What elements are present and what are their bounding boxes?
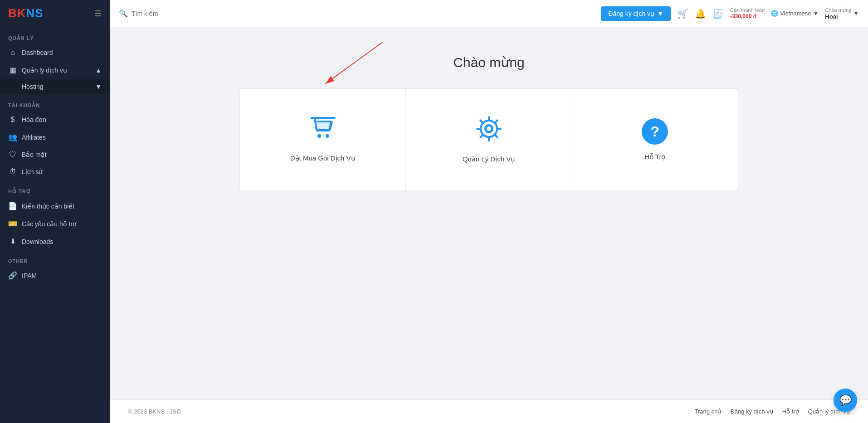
search-icon: 🔍: [119, 9, 128, 18]
home-icon: ⌂: [8, 49, 17, 57]
affiliates-icon: 👥: [8, 133, 17, 141]
bao-mat-label: Bảo mật: [22, 151, 47, 158]
book-icon: 📄: [8, 202, 17, 210]
footer: © 2023 BKNS., JSC Trang chủ Đăng ký dịch…: [110, 399, 868, 423]
footer-link-support[interactable]: Hỗ trợ: [782, 408, 799, 415]
section-tai-khoan: TÀI KHOẢN: [0, 94, 110, 111]
username-label: Hoài: [825, 13, 851, 20]
balance-area[interactable]: Cần thanh toán -330,000 đ: [730, 7, 765, 19]
logo-ns: NS: [26, 6, 44, 20]
order-card-label: Đặt Mua Gói Dịch Vụ: [290, 154, 356, 162]
language-label: Vietnamese: [780, 10, 811, 17]
sidebar-item-bao-mat[interactable]: 🛡 Bảo mật: [0, 146, 110, 163]
section-other: OTHER: [0, 250, 110, 267]
cac-yeu-cau-label: Các yêu cầu hỗ trợ: [22, 220, 77, 228]
search-area: 🔍: [119, 9, 595, 18]
logo-bk: BK: [8, 6, 26, 20]
section-ho-tro: HỖ TRỢ: [0, 180, 110, 197]
greeting-label: Chào mừng: [825, 7, 851, 13]
sidebar-item-dashboard[interactable]: ⌂ Dashboard: [0, 44, 110, 61]
kien-thuc-label: Kiến thức cần biết: [22, 203, 74, 210]
balance-label: Cần thanh toán: [730, 7, 765, 13]
topbar-actions: Đăng ký dịch vụ ▼ 🛒 🔔 🧾 Cần thanh toán -…: [601, 6, 859, 21]
sidebar-item-hoa-don[interactable]: $ Hóa đơn: [0, 111, 110, 128]
cart-icon-button[interactable]: 🛒: [677, 8, 688, 19]
sidebar: BKNS ☰ QUẢN LÝ ⌂ Dashboard ▦ Quản lý dịc…: [0, 0, 110, 423]
ticket-icon: 🎫: [8, 219, 17, 228]
svg-point-3: [326, 134, 329, 138]
dashboard-label: Dashboard: [22, 49, 53, 56]
footer-link-register[interactable]: Đăng ký dịch vụ: [730, 408, 773, 415]
downloads-label: Downloads: [22, 238, 53, 245]
submenu-quan-ly: Hosting ▼: [0, 79, 110, 94]
register-label: Đăng ký dịch vụ: [608, 10, 654, 17]
gear-icon: [476, 116, 502, 147]
link-icon: 🔗: [8, 271, 17, 280]
hoa-don-label: Hóa đơn: [22, 116, 46, 123]
support-card[interactable]: ? Hỗ Trợ: [572, 89, 738, 190]
svg-point-2: [317, 134, 321, 138]
logo: BKNS: [8, 6, 44, 20]
order-card[interactable]: Đặt Mua Gói Dịch Vụ: [240, 89, 406, 190]
support-card-label: Hỗ Trợ: [644, 153, 665, 161]
dropdown-arrow-icon: ▼: [657, 10, 663, 17]
sidebar-item-ipam[interactable]: 🔗 IPAM: [0, 267, 110, 284]
topbar: 🔍 Đăng ký dịch vụ ▼ 🛒 🔔 🧾: [110, 0, 868, 27]
svg-line-1: [326, 43, 382, 84]
register-button[interactable]: Đăng ký dịch vụ ▼: [601, 6, 671, 21]
hamburger-icon[interactable]: ☰: [94, 9, 102, 19]
section-quan-ly: QUẢN LÝ: [0, 27, 110, 44]
svg-point-8: [487, 126, 491, 131]
user-chevron-icon: ▼: [853, 10, 859, 17]
sidebar-item-affiliates[interactable]: 👥 Affiliates: [0, 128, 110, 146]
language-selector[interactable]: 🌐 Vietnamese ▼: [771, 10, 819, 17]
manage-card-label: Quản Lý Dịch Vụ: [463, 155, 515, 163]
invoice-icon-button[interactable]: 🧾: [712, 8, 724, 19]
chevron-up-icon: ▲: [95, 67, 102, 74]
notification-icon-button[interactable]: 🔔: [695, 8, 706, 19]
logo-area: BKNS ☰: [0, 0, 110, 27]
footer-link-home[interactable]: Trang chủ: [695, 408, 722, 415]
manage-card[interactable]: Quản Lý Dịch Vụ: [406, 89, 572, 190]
sidebar-item-kien-thuc[interactable]: 📄 Kiến thức cần biết: [0, 197, 110, 215]
ipam-label: IPAM: [22, 272, 37, 279]
chat-bubble[interactable]: 💬: [834, 389, 857, 412]
balance-amount: -330,000 đ: [730, 13, 765, 19]
help-icon: ?: [642, 118, 668, 145]
shield-icon: 🛡: [8, 151, 17, 159]
copyright: © 2023 BKNS., JSC: [128, 408, 181, 415]
content-area: Chào mừng Đặt Mua Gói Dịch Vụ: [110, 27, 868, 399]
search-input[interactable]: [132, 10, 595, 17]
sidebar-item-downloads[interactable]: ⬇ Downloads: [0, 233, 110, 250]
globe-icon: 🌐: [771, 10, 778, 17]
cart-icon: [310, 117, 336, 146]
grid-icon: ▦: [8, 66, 17, 74]
history-icon: ⏱: [8, 168, 17, 176]
sidebar-item-quan-ly-dich-vu[interactable]: ▦ Quản lý dịch vụ ▲: [0, 61, 110, 79]
cards-row: Đặt Mua Gói Dịch Vụ Quản: [239, 88, 738, 191]
main-content: 🔍 Đăng ký dịch vụ ▼ 🛒 🔔 🧾: [110, 0, 868, 423]
affiliates-label: Affiliates: [22, 134, 46, 141]
chevron-down-icon: ▼: [95, 83, 102, 90]
sidebar-item-cac-yeu-cau[interactable]: 🎫 Các yêu cầu hỗ trợ: [0, 215, 110, 233]
sidebar-item-hosting[interactable]: Hosting ▼: [0, 79, 110, 94]
sidebar-item-lich-su[interactable]: ⏱ Lịch sử: [0, 163, 110, 180]
hosting-label: Hosting: [22, 83, 43, 90]
lang-chevron-icon: ▼: [813, 10, 819, 17]
welcome-title: Chào mừng: [453, 54, 524, 70]
dollar-icon: $: [8, 116, 17, 124]
download-icon: ⬇: [8, 237, 17, 246]
user-menu[interactable]: Chào mừng Hoài ▼: [825, 7, 859, 20]
footer-links: Trang chủ Đăng ký dịch vụ Hỗ trợ Quản lý…: [695, 408, 850, 415]
lich-su-label: Lịch sử: [22, 168, 43, 175]
quan-ly-label: Quản lý dịch vụ: [22, 67, 67, 74]
